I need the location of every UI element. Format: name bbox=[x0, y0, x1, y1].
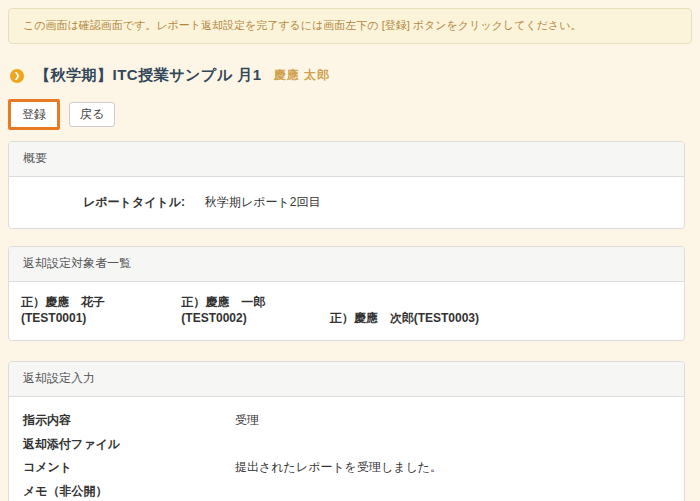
student-item: 正）慶應 一郎(TEST0002) bbox=[181, 294, 311, 325]
instruction-row: 指示内容 受理 bbox=[23, 409, 670, 433]
top-button-row: 登録 戻る bbox=[8, 99, 692, 129]
return-input-panel-body: 指示内容 受理 返却添付ファイル コメント 提出されたレポートを受理しました。 … bbox=[9, 397, 684, 501]
comment-row: コメント 提出されたレポートを受理しました。 bbox=[23, 456, 670, 480]
overview-panel-header: 概要 bbox=[9, 142, 684, 177]
overview-panel-body: レポートタイトル: 秋学期レポート2回目 bbox=[9, 177, 684, 228]
report-title-value: 秋学期レポート2回目 bbox=[205, 194, 321, 211]
page-title: 【秋学期】ITC授業サンプル 月1 bbox=[35, 66, 262, 85]
register-highlight-box: 登録 bbox=[8, 99, 60, 130]
report-title-label: レポートタイトル: bbox=[23, 194, 185, 211]
page-header: ❯ 【秋学期】ITC授業サンプル 月1 慶應 太郎 bbox=[10, 66, 692, 85]
attachment-label: 返却添付ファイル bbox=[23, 433, 235, 457]
student-item: 正）慶應 次郎(TEST0003) bbox=[330, 310, 479, 327]
targets-panel: 返却設定対象者一覧 正）慶應 花子(TEST0001) 正）慶應 一郎(TEST… bbox=[8, 246, 685, 341]
report-title-row: レポートタイトル: 秋学期レポート2回目 bbox=[23, 194, 670, 211]
comment-label: コメント bbox=[23, 456, 235, 480]
return-input-panel: 返却設定入力 指示内容 受理 返却添付ファイル コメント 提出されたレポートを受… bbox=[8, 361, 685, 501]
return-input-panel-header: 返却設定入力 bbox=[9, 362, 684, 397]
instruction-label: 指示内容 bbox=[23, 409, 235, 433]
attachment-row: 返却添付ファイル bbox=[23, 433, 670, 457]
overview-panel: 概要 レポートタイトル: 秋学期レポート2回目 bbox=[8, 141, 685, 229]
targets-panel-body: 正）慶應 花子(TEST0001) 正）慶應 一郎(TEST0002) 正）慶應… bbox=[9, 282, 684, 340]
comment-value: 提出されたレポートを受理しました。 bbox=[235, 456, 442, 480]
targets-panel-header: 返却設定対象者一覧 bbox=[9, 247, 684, 282]
student-item: 正）慶應 花子(TEST0001) bbox=[21, 294, 164, 325]
confirmation-notice: この画面は確認画面です。レポート返却設定を完了するには画面左下の [登録] ボタ… bbox=[8, 8, 692, 44]
chevron-right-icon: ❯ bbox=[10, 69, 24, 83]
instruction-value: 受理 bbox=[235, 409, 259, 433]
register-button-top[interactable]: 登録 bbox=[11, 102, 57, 127]
instructor-name: 慶應 太郎 bbox=[274, 67, 330, 84]
page: この画面は確認画面です。レポート返却設定を完了するには画面左下の [登録] ボタ… bbox=[0, 0, 700, 501]
back-button-top[interactable]: 戻る bbox=[69, 102, 115, 127]
memo-row: メモ（非公開） bbox=[23, 480, 670, 501]
memo-label: メモ（非公開） bbox=[23, 480, 235, 501]
